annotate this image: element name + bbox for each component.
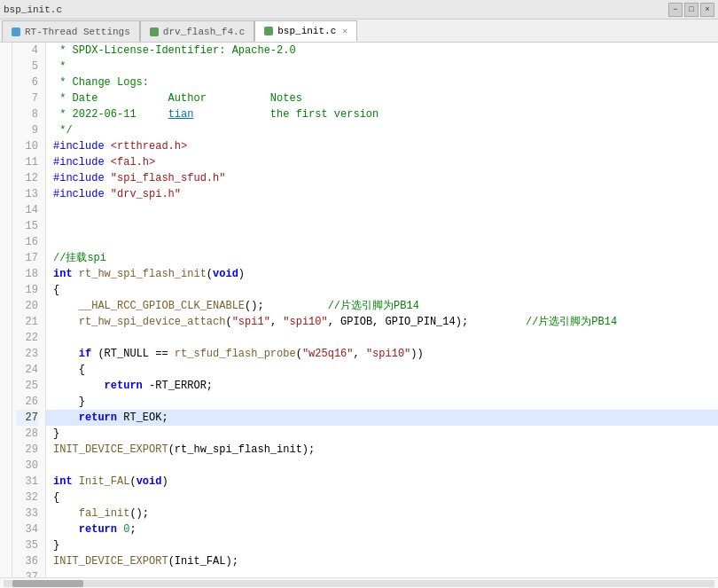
line-num-27: 27: [16, 410, 38, 426]
window-controls: − □ ×: [668, 3, 714, 17]
code-content: [117, 521, 123, 537]
tab-label: bsp_init.c: [277, 26, 336, 36]
code-content: ;: [129, 521, 136, 537]
code-content: //片选引脚为PB14: [526, 314, 617, 330]
code-content: the first version: [193, 106, 379, 122]
line-num-16: 16: [16, 234, 38, 250]
code-content: fal_init: [79, 506, 130, 521]
author-link[interactable]: tian: [168, 106, 194, 122]
line-num-29: 29: [16, 442, 38, 458]
code-content: __HAL_RCC_GPIOB_CLK_ENABLE: [79, 298, 245, 314]
code-content: {: [53, 362, 85, 378]
code-line-23: if (RT_NULL == rt_sfud_flash_probe("w25q…: [46, 346, 718, 362]
code-content: )): [410, 346, 423, 362]
code-content: (Init_FAL);: [168, 553, 238, 569]
tab-close-icon[interactable]: ✕: [342, 26, 347, 36]
code-content: [53, 218, 59, 234]
line-num-4: 4: [16, 43, 38, 59]
tab-bsp-init[interactable]: bsp_init.c ✕: [254, 20, 357, 42]
code-content: [73, 266, 79, 282]
line-num-36: 36: [16, 553, 38, 569]
code-content: * 2022-06-11: [53, 106, 168, 122]
line-num-28: 28: [16, 426, 38, 442]
code-content: [53, 458, 59, 474]
line-numbers: 4 5 6 7 8 9 10 11 12 13 14 15 16 17 18 1…: [12, 43, 46, 577]
line-num-17: 17: [16, 250, 38, 266]
code-content: RT_EOK;: [117, 410, 168, 426]
code-content: return: [79, 410, 117, 426]
code-line-19: {: [46, 282, 718, 298]
code-line-15: [46, 218, 718, 234]
code-line-32: {: [46, 490, 718, 506]
code-content: [105, 154, 111, 170]
code-content: ();: [129, 506, 149, 521]
code-content: {: [53, 490, 59, 506]
code-line-8: * 2022-06-11 tian the first version: [46, 106, 718, 122]
code-line-34: return 0;: [46, 521, 718, 537]
line-num-9: 9: [16, 122, 38, 138]
code-content: [53, 330, 59, 346]
code-line-17: //挂载spi: [46, 250, 718, 266]
line-num-5: 5: [16, 59, 38, 74]
code-content: INIT_DEVICE_EXPORT: [53, 442, 168, 458]
code-content: [53, 346, 79, 362]
code-line-13: #include "drv_spi.h": [46, 186, 718, 202]
code-line-22: [46, 330, 718, 346]
line-num-19: 19: [16, 282, 38, 298]
code-line-18: int rt_hw_spi_flash_init(void): [46, 266, 718, 282]
code-content: (rt_hw_spi_flash_init);: [168, 442, 316, 458]
code-line-26: }: [46, 394, 718, 410]
code-content: 0: [123, 521, 129, 537]
line-num-21: 21: [16, 314, 38, 330]
code-line-33: fal_init();: [46, 506, 718, 521]
tab-drv-flash[interactable]: drv_flash_f4.c: [140, 20, 254, 42]
horizontal-scrollbar[interactable]: [0, 577, 718, 588]
tab-bar: RT-Thread Settings drv_flash_f4.c bsp_in…: [0, 20, 718, 43]
code-line-24: {: [46, 362, 718, 378]
code-content: -RT_ERROR;: [143, 378, 213, 394]
code-content: int: [53, 266, 73, 282]
fold-margin: [0, 43, 12, 577]
line-num-7: 7: [16, 90, 38, 106]
line-num-11: 11: [16, 154, 38, 170]
code-content: "spi1": [232, 314, 270, 330]
close-button[interactable]: ×: [700, 3, 714, 17]
settings-tab-icon: [12, 27, 20, 36]
code-content: [53, 378, 105, 394]
code-content: ,: [270, 314, 283, 330]
code-content: (: [129, 474, 136, 490]
code-content: [105, 186, 111, 202]
code-line-20: __HAL_RCC_GPIOB_CLK_ENABLE(); //片选引脚为PB1…: [46, 298, 718, 314]
line-num-34: 34: [16, 521, 38, 537]
code-content: return: [105, 378, 143, 394]
line-num-31: 31: [16, 474, 38, 490]
code-content: #include: [53, 186, 105, 202]
code-content: if: [79, 346, 91, 362]
code-line-9: */: [46, 122, 718, 138]
code-line-10: #include <rtthread.h>: [46, 138, 718, 154]
code-content: <fal.h>: [111, 154, 155, 170]
code-content: ): [161, 474, 168, 490]
code-line-21: rt_hw_spi_device_attach("spi1", "spi10",…: [46, 314, 718, 330]
maximize-button[interactable]: □: [684, 3, 698, 17]
line-num-20: 20: [16, 298, 38, 314]
tab-rt-thread-settings[interactable]: RT-Thread Settings: [2, 20, 140, 42]
code-line-11: #include <fal.h>: [46, 154, 718, 170]
code-content: "w25q16": [302, 346, 354, 362]
minimize-button[interactable]: −: [668, 3, 683, 17]
code-editor[interactable]: * SPDX-License-Identifier: Apache-2.0 * …: [46, 43, 718, 577]
code-content: <rtthread.h>: [111, 138, 187, 154]
code-content: ();: [245, 298, 328, 314]
code-line-25: return -RT_ERROR;: [46, 378, 718, 394]
code-line-6: * Change Logs:: [46, 74, 718, 90]
code-line-29: INIT_DEVICE_EXPORT(rt_hw_spi_flash_init)…: [46, 442, 718, 458]
code-line-27: return RT_EOK;: [46, 410, 718, 426]
scrollbar-thumb[interactable]: [12, 580, 83, 587]
code-content: */: [53, 122, 73, 138]
code-content: [53, 314, 79, 330]
code-content: * Change Logs:: [53, 74, 149, 90]
line-num-23: 23: [16, 346, 38, 362]
line-num-22: 22: [16, 330, 38, 346]
line-num-14: 14: [16, 202, 38, 218]
code-line-14: [46, 202, 718, 218]
